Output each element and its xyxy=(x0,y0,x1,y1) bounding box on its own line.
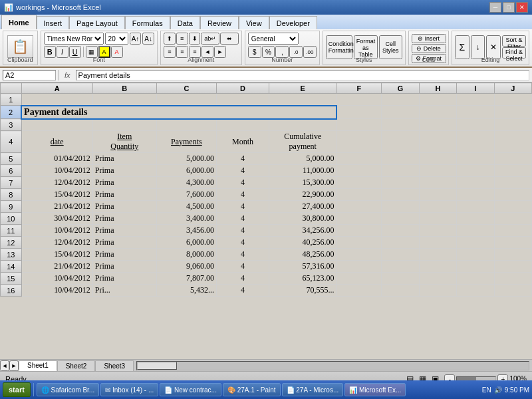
cell-a2[interactable]: Payment details xyxy=(21,106,336,119)
cell-h6[interactable] xyxy=(419,165,456,177)
cell-i13[interactable] xyxy=(457,249,494,261)
cell-f12[interactable] xyxy=(336,237,382,249)
cell-b9[interactable]: Prima xyxy=(92,201,156,213)
row-header-2[interactable]: 2 xyxy=(1,106,22,119)
col-header-c[interactable]: C xyxy=(156,83,216,94)
fill-button[interactable]: ↓ xyxy=(471,35,485,59)
row-header-15[interactable]: 15 xyxy=(1,273,22,285)
cell-a9[interactable]: 21/04/2012 xyxy=(21,201,92,213)
cell-e6[interactable]: 11,000.00 xyxy=(269,165,336,177)
col-header-g[interactable]: G xyxy=(382,83,419,94)
row-header-9[interactable]: 9 xyxy=(1,201,22,213)
row-header-5[interactable]: 5 xyxy=(1,153,22,165)
cell-f4[interactable] xyxy=(336,131,382,153)
tab-formulas[interactable]: Formulas xyxy=(125,16,170,29)
col-header-e[interactable]: E xyxy=(269,83,336,94)
font-size-select[interactable]: 20 xyxy=(105,33,128,45)
cell-i15[interactable] xyxy=(457,273,494,285)
row-header-8[interactable]: 8 xyxy=(1,189,22,201)
tab-home[interactable]: Home xyxy=(1,15,37,29)
cell-i7[interactable] xyxy=(457,177,494,189)
cell-g9[interactable] xyxy=(382,201,419,213)
sheet-tab-2[interactable]: Sheet2 xyxy=(57,360,96,371)
cell-a16[interactable]: 10/04/2012 xyxy=(21,285,92,297)
merge-button[interactable]: ⬌ xyxy=(220,33,239,45)
cell-b7[interactable]: Prima xyxy=(92,177,156,189)
header-payments[interactable]: Payments xyxy=(156,131,216,153)
cell-d14[interactable]: 4 xyxy=(217,261,269,273)
cell-g10[interactable] xyxy=(382,213,419,225)
cell-g13[interactable] xyxy=(382,249,419,261)
cell-g2[interactable] xyxy=(382,106,419,119)
cell-b13[interactable]: Prima xyxy=(92,249,156,261)
cell-g1[interactable] xyxy=(382,94,419,106)
maximize-button[interactable]: □ xyxy=(503,2,515,13)
start-button[interactable]: start xyxy=(3,382,31,397)
col-header-d[interactable]: D xyxy=(217,83,269,94)
cell-a3[interactable] xyxy=(21,119,92,131)
cell-f10[interactable] xyxy=(336,213,382,225)
header-date[interactable]: date xyxy=(21,131,92,153)
cell-h2[interactable] xyxy=(419,106,456,119)
cell-h10[interactable] xyxy=(419,213,456,225)
cell-b16[interactable]: Pri... xyxy=(92,285,156,297)
cell-a8[interactable]: 15/04/2012 xyxy=(21,189,92,201)
cell-i11[interactable] xyxy=(457,225,494,237)
taskbar-contract[interactable]: 📄 New contrac... xyxy=(160,383,221,396)
cell-c14[interactable]: 9,060.00 xyxy=(156,261,216,273)
cell-h8[interactable] xyxy=(419,189,456,201)
cell-c16[interactable]: 5,432... xyxy=(156,285,216,297)
cell-a5[interactable]: 01/04/2012 xyxy=(21,153,92,165)
clear-button[interactable]: ✕ xyxy=(486,35,501,59)
cell-i9[interactable] xyxy=(457,201,494,213)
cell-e1[interactable] xyxy=(269,94,336,106)
cell-d5[interactable]: 4 xyxy=(217,153,269,165)
header-month[interactable]: Month xyxy=(217,131,269,153)
cell-e7[interactable]: 15,300.00 xyxy=(269,177,336,189)
cell-e16[interactable]: 70,555... xyxy=(269,285,336,297)
cell-j14[interactable] xyxy=(494,261,531,273)
insert-cells-button[interactable]: ⊕ Insert xyxy=(412,34,446,43)
col-header-i[interactable]: I xyxy=(457,83,494,94)
cell-i1[interactable] xyxy=(457,94,494,106)
cell-h15[interactable] xyxy=(419,273,456,285)
cell-j9[interactable] xyxy=(494,201,531,213)
cell-j4[interactable] xyxy=(494,131,531,153)
cell-f13[interactable] xyxy=(336,249,382,261)
col-header-b[interactable]: B xyxy=(92,83,156,94)
tab-page-layout[interactable]: Page Layout xyxy=(69,16,125,29)
close-button[interactable]: ✕ xyxy=(516,2,528,13)
cell-e15[interactable]: 65,123.00 xyxy=(269,273,336,285)
cell-c13[interactable]: 8,000.00 xyxy=(156,249,216,261)
col-header-j[interactable]: J xyxy=(494,83,531,94)
tab-developer[interactable]: Developer xyxy=(269,16,317,29)
cell-d7[interactable]: 4 xyxy=(217,177,269,189)
cell-j16[interactable] xyxy=(494,285,531,297)
number-format-select[interactable]: General xyxy=(248,33,299,45)
row-header-11[interactable]: 11 xyxy=(1,225,22,237)
cell-d12[interactable]: 4 xyxy=(217,237,269,249)
cell-e11[interactable]: 34,256.00 xyxy=(269,225,336,237)
cell-c1[interactable] xyxy=(156,94,216,106)
autosum-button[interactable]: Σ xyxy=(455,35,469,59)
cell-d9[interactable]: 4 xyxy=(217,201,269,213)
cell-b14[interactable]: Prima xyxy=(92,261,156,273)
cell-d15[interactable]: 4 xyxy=(217,273,269,285)
tab-review[interactable]: Review xyxy=(200,16,239,29)
cell-i4[interactable] xyxy=(457,131,494,153)
cell-f2[interactable] xyxy=(336,106,382,119)
cell-g12[interactable] xyxy=(382,237,419,249)
cell-i3[interactable] xyxy=(457,119,494,131)
cell-f3[interactable] xyxy=(336,119,382,131)
col-header-h[interactable]: H xyxy=(419,83,456,94)
cell-h5[interactable] xyxy=(419,153,456,165)
font-grow-button[interactable]: A↑ xyxy=(130,33,142,45)
cell-j10[interactable] xyxy=(494,213,531,225)
conditional-formatting-button[interactable]: ConditionalFormatting xyxy=(326,35,352,59)
font-shrink-button[interactable]: A↓ xyxy=(142,33,154,45)
row-header-7[interactable]: 7 xyxy=(1,177,22,189)
cell-g15[interactable] xyxy=(382,273,419,285)
font-name-select[interactable]: Times New Rom xyxy=(44,33,104,45)
cell-d11[interactable]: 4 xyxy=(217,225,269,237)
row-header-1[interactable]: 1 xyxy=(1,94,22,106)
